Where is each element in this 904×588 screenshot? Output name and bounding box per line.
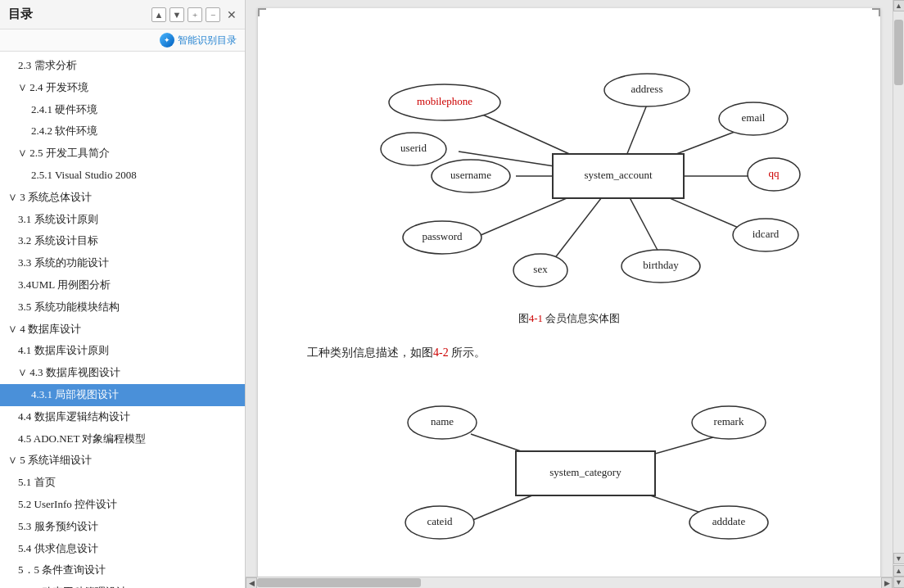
toc-item-5-4[interactable]: 5.4 供求信息设计	[0, 538, 245, 560]
ai-icon: ✦	[160, 33, 174, 47]
hscroll-left-arrow[interactable]: ◀	[246, 577, 257, 589]
sidebar-header-icons: ▲ ▼ + − ✕	[151, 7, 237, 22]
sidebar-icon-arrow-down[interactable]: ▼	[170, 7, 184, 22]
sidebar-title: 目录	[8, 7, 33, 22]
body-text-1-figref: 4-2	[433, 346, 449, 359]
attr-sex-label: sex	[533, 263, 548, 275]
sidebar-icon-minus[interactable]: −	[206, 7, 220, 22]
attr-adddate-label: adddate	[712, 515, 746, 527]
attr-password-label: password	[422, 230, 463, 242]
toc-item-5-3[interactable]: 5.3 服务预约设计	[0, 516, 245, 538]
page-area: system_account mobilephone address email…	[246, 0, 893, 577]
toc-item-4-1[interactable]: 4.1 数据库设计原则	[0, 340, 245, 362]
toc-item-3-5[interactable]: 3.5 系统功能模块结构	[0, 296, 245, 319]
sidebar-body: 2.3 需求分析 ∨ 2.4 开发环境 2.4.1 硬件环境 2.4.2 软件环…	[0, 52, 245, 588]
fig1-caption-prefix: 图	[518, 312, 529, 324]
vertical-scrollbar[interactable]: ▲ ▼ ▲ ▼	[893, 0, 904, 588]
toc-item-5-5[interactable]: 5．5 条件查询设计	[0, 559, 245, 581]
entity-system-account-label: system_account	[584, 169, 652, 181]
sidebar-close-button[interactable]: ✕	[227, 8, 237, 21]
toc-item-2-4[interactable]: ∨ 2.4 开发环境	[0, 77, 245, 99]
attr-email-label: email	[742, 111, 766, 124]
attr-cateid-label: cateid	[427, 515, 453, 527]
toc-item-4-3[interactable]: ∨ 4.3 数据库视图设计	[0, 362, 245, 384]
fig1-caption-text: 会员信息实体图	[543, 312, 620, 324]
ai-label[interactable]: ✦ 智能识别目录	[160, 33, 237, 47]
toc-item-4-5[interactable]: 4.5 ADO.NET 对象编程模型	[0, 428, 245, 450]
attr-address-label: address	[631, 83, 663, 95]
vscroll-step-up[interactable]: ▲	[893, 565, 905, 577]
ai-label-text: 智能识别目录	[178, 34, 237, 47]
toc-item-2-5-1[interactable]: 2.5.1 Visual Studio 2008	[0, 165, 245, 187]
sidebar-toolbar: ✦ 智能识别目录	[0, 29, 245, 52]
toc-item-2-5[interactable]: ∨ 2.5 开发工具简介	[0, 142, 245, 165]
hscroll-right-arrow[interactable]: ▶	[881, 577, 893, 589]
attr-qq-label: qq	[769, 167, 780, 179]
er-svg-1: system_account mobilephone address email…	[307, 49, 831, 303]
toc-item-4-4[interactable]: 4.4 数据库逻辑结构设计	[0, 406, 245, 428]
vscroll-step-down[interactable]: ▼	[893, 577, 905, 588]
toc-item-3-4[interactable]: 3.4UML 用例图分析	[0, 274, 245, 296]
toc-item-5-2[interactable]: 5.2 UserInfo 控件设计	[0, 494, 245, 516]
sidebar-header: 目录 ▲ ▼ + − ✕	[0, 0, 245, 29]
body-text-1-after: 所示。	[449, 346, 486, 359]
hscroll-thumb[interactable]	[257, 578, 421, 587]
sidebar-icon-arrow-up[interactable]: ▲	[151, 7, 166, 22]
toc-item-2-4-2[interactable]: 2.4.2 软件环境	[0, 120, 245, 142]
main-content-area: system_account mobilephone address email…	[246, 0, 904, 588]
toc-item-3-3[interactable]: 3.3 系统的功能设计	[0, 252, 245, 274]
fig2-caption: 图4-2 工种类别实体图	[307, 576, 831, 577]
toc-item-3[interactable]: ∨ 3 系统总体设计	[0, 187, 245, 209]
vscroll-down-arrow[interactable]: ▼	[893, 553, 905, 564]
attr-mobilephone-label: mobilephone	[417, 95, 472, 107]
toc-item-5[interactable]: ∨ 5 系统详细设计	[0, 450, 245, 472]
toc-item-3-1[interactable]: 3.1 系统设计原则	[0, 209, 245, 231]
body-text-1-before: 工种类别信息描述，如图	[307, 346, 433, 359]
attr-username-label: username	[450, 169, 491, 181]
body-text-1: 工种类别信息描述，如图4-2 所示。	[307, 342, 831, 363]
toc-item-4[interactable]: ∨ 4 数据库设计	[0, 319, 245, 341]
toc-item-5-6[interactable]: 5．6 动态工种管理设计	[0, 581, 245, 588]
vscroll-up-arrow[interactable]: ▲	[893, 0, 905, 11]
hscroll-track[interactable]	[257, 577, 881, 588]
toc-item-2-3[interactable]: 2.3 需求分析	[0, 55, 245, 77]
er-diagram-1: system_account mobilephone address email…	[307, 49, 831, 303]
er-diagram-2: system_category name remark cateid addda…	[307, 379, 831, 568]
attr-name-label: name	[431, 415, 454, 427]
toc-item-4-3-1[interactable]: 4.3.1 局部视图设计	[0, 384, 245, 406]
toc-item-2-4-1[interactable]: 2.4.1 硬件环境	[0, 99, 245, 121]
horizontal-scrollbar[interactable]: ◀ ▶	[246, 577, 893, 588]
vscroll-track[interactable]	[893, 11, 904, 553]
vscroll-thumb[interactable]	[894, 20, 903, 85]
fig1-num: 4-1	[529, 312, 543, 324]
sidebar: 目录 ▲ ▼ + − ✕ ✦ 智能识别目录 2.3 需求分析 ∨ 2.4 开发环…	[0, 0, 246, 588]
fig1-caption: 图4-1 会员信息实体图	[307, 311, 831, 326]
toc-item-5-1[interactable]: 5.1 首页	[0, 472, 245, 494]
toc-item-3-2[interactable]: 3.2 系统设计目标	[0, 230, 245, 252]
entity-system-category-label: system_category	[549, 466, 622, 478]
er-svg-2: system_category name remark cateid addda…	[307, 379, 831, 568]
attr-idcard-label: idcard	[753, 228, 780, 240]
attr-remark-label: remark	[714, 415, 744, 427]
attr-birthday-label: birthday	[643, 259, 679, 271]
page-content: system_account mobilephone address email…	[258, 8, 880, 577]
attr-userid-label: userid	[400, 142, 427, 154]
sidebar-icon-add[interactable]: +	[188, 7, 202, 22]
